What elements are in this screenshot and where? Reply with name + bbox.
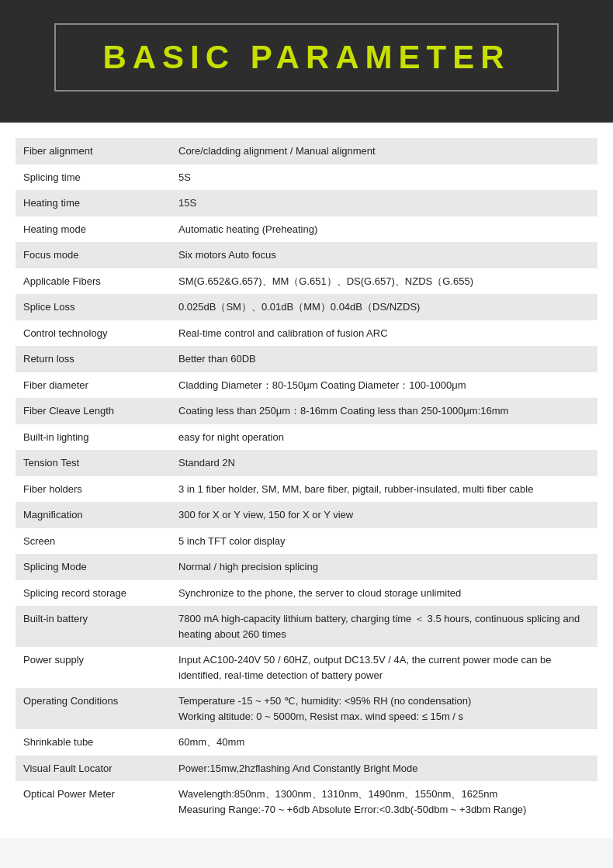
table-row: Applicable FibersSM(G.652&G.657)、MM（G.65… bbox=[16, 268, 597, 295]
table-row: Heating modeAutomatic heating (Preheatin… bbox=[16, 216, 597, 243]
row-value: Automatic heating (Preheating) bbox=[171, 216, 597, 243]
table-row: Built-in lightingeasy for night operatio… bbox=[16, 424, 597, 451]
row-label: Built-in lighting bbox=[16, 424, 171, 451]
table-row: Built-in battery7800 mA high-capacity li… bbox=[16, 606, 597, 647]
row-value: Six motors Auto focus bbox=[171, 242, 597, 268]
row-label: Splicing record storage bbox=[16, 580, 171, 607]
row-label: Control technology bbox=[16, 320, 171, 347]
row-label: Built-in battery bbox=[16, 606, 171, 647]
row-value: 0.025dB（SM）、0.01dB（MM）0.04dB（DS/NZDS) bbox=[171, 294, 597, 320]
row-label: Tension Test bbox=[16, 450, 171, 476]
row-value: easy for night operation bbox=[171, 424, 597, 451]
content-section: Fiber alignmentCore/cladding alignment /… bbox=[0, 123, 613, 838]
page-title: BASIC PARAMETER bbox=[102, 39, 510, 75]
table-row: Optical Power MeterWavelength:850nm、1300… bbox=[16, 781, 597, 822]
table-row: Power supplyInput AC100-240V 50 / 60HZ, … bbox=[16, 647, 597, 688]
row-value: Core/cladding alignment / Manual alignme… bbox=[171, 138, 597, 164]
row-value: Synchronize to the phone, the server to … bbox=[171, 580, 597, 607]
row-label: Fiber holders bbox=[16, 476, 171, 503]
row-value: Power:15mw,2hzflashing And Constantly Br… bbox=[171, 756, 597, 782]
row-label: Screen bbox=[16, 528, 171, 555]
row-label: Fiber diameter bbox=[16, 372, 171, 399]
row-label: Magnification bbox=[16, 502, 171, 528]
row-label: Fiber Cleave Length bbox=[16, 398, 171, 424]
row-value: 60mm、40mm bbox=[171, 729, 597, 756]
header-section: BASIC PARAMETER bbox=[0, 0, 613, 123]
table-row: Fiber Cleave LengthCoating less than 250… bbox=[16, 398, 597, 424]
row-value: Input AC100-240V 50 / 60HZ, output DC13.… bbox=[171, 647, 597, 688]
row-value: Normal / high precision splicing bbox=[171, 554, 597, 580]
table-row: Magnification300 for X or Y view, 150 fo… bbox=[16, 502, 597, 528]
header-box: BASIC PARAMETER bbox=[54, 23, 558, 92]
table-row: Heating time15S bbox=[16, 190, 597, 216]
table-row: Fiber holders3 in 1 fiber holder, SM, MM… bbox=[16, 476, 597, 503]
table-row: Operating ConditionsTemperature -15 ~ +5… bbox=[16, 688, 597, 729]
row-value: Wavelength:850nm、1300nm、1310nm、1490nm、15… bbox=[171, 781, 597, 822]
row-label: Heating mode bbox=[16, 216, 171, 243]
row-label: Fiber alignment bbox=[16, 138, 171, 164]
row-value: 7800 mA high-capacity lithium battery, c… bbox=[171, 606, 597, 647]
table-row: Visual Fault LocatorPower:15mw,2hzflashi… bbox=[16, 756, 597, 782]
row-value: 3 in 1 fiber holder, SM, MM, bare fiber,… bbox=[171, 476, 597, 503]
row-value: Better than 60DB bbox=[171, 346, 597, 372]
row-value: Standard 2N bbox=[171, 450, 597, 476]
row-label: Visual Fault Locator bbox=[16, 756, 171, 782]
table-row: Splice Loss0.025dB（SM）、0.01dB（MM）0.04dB（… bbox=[16, 294, 597, 320]
table-row: Control technologyReal-time control and … bbox=[16, 320, 597, 347]
row-value: 5S bbox=[171, 164, 597, 191]
parameters-table: Fiber alignmentCore/cladding alignment /… bbox=[16, 138, 597, 822]
row-value: Cladding Diameter：80-150μm Coating Diame… bbox=[171, 372, 597, 399]
row-value: Coating less than 250μm：8-16mm Coating l… bbox=[171, 398, 597, 424]
table-row: Screen5 inch TFT color display bbox=[16, 528, 597, 555]
row-label: Splicing Mode bbox=[16, 554, 171, 580]
table-row: Focus modeSix motors Auto focus bbox=[16, 242, 597, 268]
row-label: Splice Loss bbox=[16, 294, 171, 320]
row-label: Splicing time bbox=[16, 164, 171, 191]
table-row: Return lossBetter than 60DB bbox=[16, 346, 597, 372]
row-label: Applicable Fibers bbox=[16, 268, 171, 295]
table-row: Splicing time5S bbox=[16, 164, 597, 191]
row-label: Power supply bbox=[16, 647, 171, 688]
table-row: Fiber diameterCladding Diameter：80-150μm… bbox=[16, 372, 597, 399]
row-label: Heating time bbox=[16, 190, 171, 216]
table-row: Splicing record storageSynchronize to th… bbox=[16, 580, 597, 607]
row-value: 15S bbox=[171, 190, 597, 216]
row-value: Real-time control and calibration of fus… bbox=[171, 320, 597, 347]
table-row: Splicing ModeNormal / high precision spl… bbox=[16, 554, 597, 580]
row-value: 300 for X or Y view, 150 for X or Y view bbox=[171, 502, 597, 528]
table-row: Shrinkable tube60mm、40mm bbox=[16, 729, 597, 756]
row-value: 5 inch TFT color display bbox=[171, 528, 597, 555]
row-label: Operating Conditions bbox=[16, 688, 171, 729]
row-label: Focus mode bbox=[16, 242, 171, 268]
row-label: Return loss bbox=[16, 346, 171, 372]
table-row: Fiber alignmentCore/cladding alignment /… bbox=[16, 138, 597, 164]
table-row: Tension TestStandard 2N bbox=[16, 450, 597, 476]
row-value: Temperature -15 ~ +50 ℃, humidity: <95% … bbox=[171, 688, 597, 729]
row-label: Optical Power Meter bbox=[16, 781, 171, 822]
row-label: Shrinkable tube bbox=[16, 729, 171, 756]
row-value: SM(G.652&G.657)、MM（G.651）、DS(G.657)、NZDS… bbox=[171, 268, 597, 295]
